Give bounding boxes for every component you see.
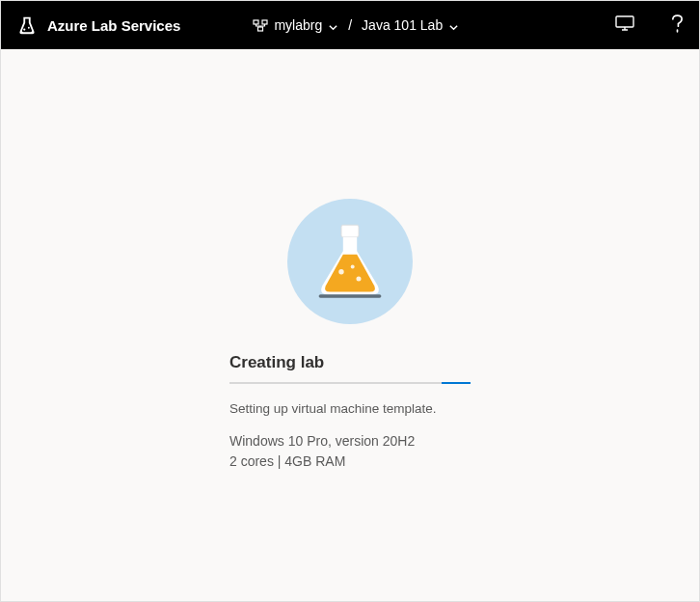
svg-point-8 bbox=[351, 264, 355, 268]
svg-point-1 bbox=[28, 27, 30, 29]
vm-os-info: Windows 10 Pro, version 20H2 bbox=[229, 431, 471, 452]
progress-bar bbox=[229, 382, 471, 384]
svg-point-7 bbox=[338, 269, 343, 274]
resource-group-selector[interactable]: mylabrg bbox=[253, 17, 338, 33]
resource-group-icon bbox=[253, 17, 268, 33]
help-icon[interactable] bbox=[671, 14, 684, 37]
header-actions bbox=[615, 14, 684, 37]
vm-monitor-icon[interactable] bbox=[615, 15, 634, 35]
svg-rect-5 bbox=[616, 16, 633, 27]
progress-fill bbox=[442, 382, 471, 384]
product-logo-section[interactable]: Azure Lab Services bbox=[16, 14, 180, 36]
svg-point-0 bbox=[23, 28, 25, 30]
svg-rect-6 bbox=[341, 225, 359, 237]
status-block: Creating lab Setting up virtual machine … bbox=[229, 353, 471, 472]
lab-name: Java 101 Lab bbox=[362, 17, 443, 33]
svg-rect-2 bbox=[254, 20, 258, 24]
svg-rect-10 bbox=[319, 294, 382, 298]
vm-info: Windows 10 Pro, version 20H2 2 cores | 4… bbox=[229, 431, 471, 472]
vm-hardware-info: 2 cores | 4GB RAM bbox=[229, 452, 471, 472]
breadcrumb: mylabrg / Java 101 Lab bbox=[253, 17, 459, 33]
chevron-down-icon bbox=[328, 20, 338, 31]
svg-rect-3 bbox=[262, 20, 267, 24]
product-name: Azure Lab Services bbox=[47, 17, 180, 34]
status-title: Creating lab bbox=[229, 353, 471, 372]
breadcrumb-separator: / bbox=[348, 17, 352, 33]
azure-lab-logo-icon bbox=[16, 14, 38, 36]
svg-rect-4 bbox=[258, 27, 263, 31]
top-bar: Azure Lab Services mylabrg / Java 101 La… bbox=[1, 1, 699, 49]
main-content: Creating lab Setting up virtual machine … bbox=[1, 49, 699, 601]
resource-group-name: mylabrg bbox=[274, 17, 322, 33]
flask-illustration bbox=[287, 199, 413, 324]
status-subtitle: Setting up virtual machine template. bbox=[229, 401, 471, 416]
chevron-down-icon bbox=[448, 20, 459, 31]
lab-selector[interactable]: Java 101 Lab bbox=[362, 17, 459, 33]
svg-point-9 bbox=[356, 276, 361, 281]
